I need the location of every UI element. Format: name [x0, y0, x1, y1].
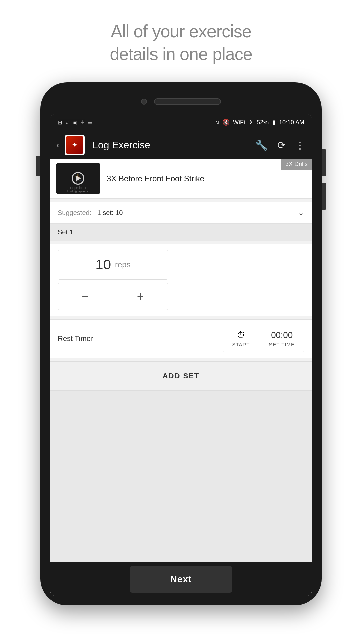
timer-time-value: 00:00	[271, 330, 293, 340]
drill-badge: 3X Drills	[281, 159, 312, 170]
add-set-button[interactable]: ADD SET	[50, 361, 312, 391]
bottom-nav: Next	[50, 562, 312, 596]
timer-start-button[interactable]: ⏱ START	[223, 326, 260, 352]
side-button-2	[322, 183, 326, 210]
screen: ⊞ ☼ ▣ ⚠ ▤ N 🔇 WiFi ✈ 52% ▮ 10:10 AM ‹ ✦	[50, 114, 312, 596]
play-button[interactable]	[72, 172, 84, 185]
phone-top-bar	[50, 92, 312, 112]
thumb-url: x.tapveloc11k.info@tapveloc	[56, 186, 100, 193]
reps-unit: reps	[115, 260, 131, 269]
clock: 10:10 AM	[279, 119, 304, 126]
suggested-row[interactable]: Suggested: 1 set: 10 ⌄	[50, 202, 312, 224]
set-time-label: SET TIME	[269, 342, 295, 347]
airplane-icon: ✈	[248, 119, 253, 126]
mute-icon: 🔇	[222, 119, 230, 126]
status-bar: ⊞ ☼ ▣ ⚠ ▤ N 🔇 WiFi ✈ 52% ▮ 10:10 AM	[50, 114, 312, 131]
back-button[interactable]: ‹	[56, 140, 59, 150]
wifi-icon: WiFi	[233, 119, 245, 126]
expand-icon[interactable]: ⌄	[298, 208, 304, 217]
rest-timer-label: Rest Timer	[58, 334, 93, 343]
suggested-label: Suggested:	[58, 209, 92, 216]
history-icon[interactable]: ⟳	[277, 139, 286, 151]
toolbar-actions: 🔧 ⟳ ⋮	[255, 139, 306, 151]
phone-shell: ⊞ ☼ ▣ ⚠ ▤ N 🔇 WiFi ✈ 52% ▮ 10:10 AM ‹ ✦	[40, 82, 322, 605]
suggested-info: Suggested: 1 set: 10	[58, 209, 123, 217]
reps-buttons: − +	[58, 283, 168, 310]
decrement-button[interactable]: −	[58, 283, 113, 310]
status-right-info: N 🔇 WiFi ✈ 52% ▮ 10:10 AM	[215, 119, 304, 126]
timer-settime-button[interactable]: 00:00 SET TIME	[259, 326, 304, 352]
increment-button[interactable]: +	[113, 283, 168, 310]
status-left-icons: ⊞ ☼ ▣ ⚠ ▤	[58, 119, 93, 126]
power-button	[322, 149, 326, 176]
battery-percent: 52%	[257, 119, 269, 126]
status-icon-2: ☼	[65, 119, 70, 125]
set-header: Set 1	[50, 224, 312, 241]
suggested-value: 1 set: 10	[97, 209, 123, 216]
app-logo: ✦	[65, 135, 85, 155]
tagline-text: All of your exercise details in one plac…	[110, 20, 252, 65]
main-content: 🏃 x.tapveloc11k.info@tapveloc 3X Before …	[50, 159, 312, 596]
tagline-line2: details in one place	[110, 44, 252, 64]
more-options-icon[interactable]: ⋮	[295, 139, 306, 151]
status-icon-3: ▣	[72, 119, 77, 126]
toolbar-title: Log Exercise	[92, 139, 251, 151]
exercise-card: 🏃 x.tapveloc11k.info@tapveloc 3X Before …	[50, 159, 312, 199]
status-icon-5: ▤	[87, 119, 93, 126]
wrench-icon[interactable]: 🔧	[255, 139, 268, 151]
next-button[interactable]: Next	[130, 566, 232, 593]
status-icon-4: ⚠	[80, 119, 85, 126]
tagline-line1: All of your exercise	[111, 21, 251, 41]
start-label: START	[232, 342, 250, 347]
front-camera	[141, 99, 147, 105]
status-icon-1: ⊞	[58, 119, 62, 126]
app-toolbar: ‹ ✦ Log Exercise 🔧 ⟳ ⋮	[50, 131, 312, 159]
rest-timer-controls: ⏱ START 00:00 SET TIME	[223, 326, 304, 352]
reps-count: 10	[95, 257, 111, 273]
play-triangle-icon	[76, 176, 81, 181]
speaker-grille	[154, 98, 221, 105]
volume-button	[36, 156, 40, 176]
logo-icon: ✦	[72, 141, 78, 149]
exercise-name: 3X Before Front Foot Strike	[107, 173, 306, 184]
clock-icon: ⏱	[237, 330, 245, 340]
reps-display: 10 reps	[58, 250, 168, 280]
battery-icon: ▮	[272, 119, 276, 126]
empty-area	[50, 391, 312, 562]
rest-timer-row: Rest Timer ⏱ START 00:00 SET TIME	[50, 319, 312, 358]
exercise-thumbnail[interactable]: 🏃 x.tapveloc11k.info@tapveloc	[56, 163, 100, 194]
set-controls: 10 reps − +	[50, 244, 312, 316]
nfc-icon: N	[215, 120, 219, 125]
